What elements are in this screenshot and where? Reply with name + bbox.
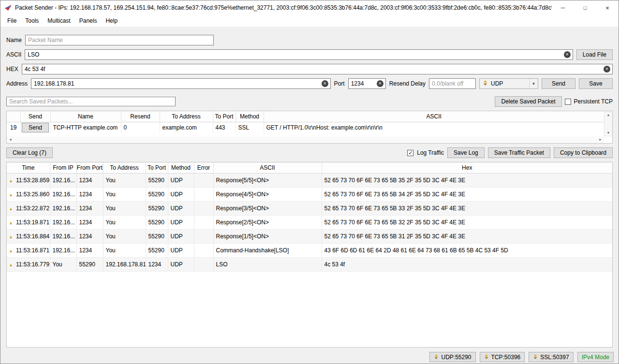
column-header[interactable]: ASCII — [264, 111, 604, 122]
log-row[interactable]: ▲11:53:16.871192.16...1234You55290UDPCom… — [7, 243, 612, 257]
log-row[interactable]: ▲11:53:28.859192.16...1234You55290UDPRes… — [7, 173, 612, 187]
load-file-button[interactable]: Load File — [576, 49, 613, 60]
statusbar: UDP:55290 TCP:50396 SSL:50397 IPv4 Mode — [0, 350, 619, 364]
column-header[interactable]: Method — [168, 162, 194, 173]
udp-port-button[interactable]: UDP:55290 — [429, 352, 475, 362]
search-saved-packets-input[interactable] — [6, 97, 176, 106]
scroll-down-icon[interactable]: ▼ — [607, 131, 610, 135]
protocol-value: UDP — [491, 80, 503, 87]
save-traffic-packet-button[interactable]: Save Traffic Packet — [488, 147, 550, 158]
log-row[interactable]: ▲11:53:22.872192.16...1234You55290UDPRes… — [7, 201, 612, 215]
column-header[interactable]: ASCII — [213, 162, 322, 173]
ascii-input-wrap: × — [25, 49, 573, 60]
column-header[interactable]: To Address — [160, 111, 213, 122]
menu-help[interactable]: Help — [101, 15, 122, 27]
column-header[interactable]: To Port — [213, 111, 236, 122]
address-label: Address — [6, 80, 28, 87]
log-time-text: 11:53:22.872 — [16, 205, 49, 212]
ssl-port-button[interactable]: SSL:50397 — [529, 352, 573, 362]
send-cell: Send — [20, 122, 50, 133]
column-header[interactable]: Time — [7, 162, 50, 173]
hex-input-wrap: × — [22, 64, 613, 74]
column-header[interactable]: Name — [50, 111, 121, 122]
log-row[interactable]: ▲11:53:25.860192.16...1234You55290UDPRes… — [7, 187, 612, 201]
app-icon — [4, 4, 12, 12]
resend-input-wrap — [429, 78, 476, 89]
column-header[interactable]: To Address — [103, 162, 146, 173]
saved-controls-right: Delete Saved Packet Persistent TCP — [495, 96, 613, 107]
column-header[interactable] — [7, 111, 20, 122]
column-header[interactable]: Error — [194, 162, 213, 173]
save-button[interactable]: Save — [579, 78, 613, 89]
port-input-wrap: × — [348, 78, 386, 89]
menu-tools[interactable]: Tools — [21, 15, 43, 27]
protocol-dropdown[interactable]: UDP ▾ — [479, 78, 538, 89]
horizontal-scrollbar[interactable]: ◄ ► — [7, 136, 604, 143]
log-row[interactable]: ▲11:53:16.884192.16...1234You55290UDPRes… — [7, 229, 612, 243]
search-input-wrap — [6, 96, 176, 107]
clear-port-icon[interactable]: × — [377, 80, 383, 87]
tcp-port-label: TCP:50396 — [491, 354, 521, 361]
delete-saved-packet-button[interactable]: Delete Saved Packet — [495, 96, 561, 107]
column-header[interactable]: Hex — [322, 162, 612, 173]
clear-ascii-icon[interactable]: × — [564, 51, 571, 58]
send-button[interactable]: Send — [542, 78, 575, 89]
log-time-text: 11:53:28.859 — [16, 177, 49, 184]
vertical-scrollbar[interactable]: ▲ ▼ — [604, 111, 612, 137]
direction-icon: ▲ — [9, 192, 13, 197]
log-from-port-cell: 1234 — [76, 201, 103, 215]
scroll-right-icon[interactable]: ► — [599, 138, 602, 142]
log-from-ip-cell: 192.16... — [50, 201, 76, 215]
tcp-port-button[interactable]: TCP:50396 — [480, 352, 525, 362]
column-header[interactable]: Send — [20, 111, 50, 122]
log-error-cell — [194, 187, 213, 201]
column-header[interactable]: Resend — [121, 111, 160, 122]
log-to-port-cell: 55290 — [146, 215, 168, 229]
scroll-up-icon[interactable]: ▲ — [607, 113, 610, 117]
ipv4-mode-button[interactable]: IPv4 Mode — [577, 352, 614, 362]
minimize-button[interactable]: ─ — [552, 0, 574, 15]
log-to-address-cell: You — [103, 229, 146, 243]
ssl-icon — [533, 354, 538, 361]
ssl-port-label: SSL:50397 — [540, 354, 569, 361]
address-row: Address × Port × Resend Delay UDP ▾ Send… — [6, 78, 613, 89]
tcp-icon — [484, 354, 489, 361]
resend-delay-input[interactable] — [429, 78, 476, 89]
address-input[interactable] — [31, 78, 331, 89]
log-row[interactable]: ▲11:53:16.779You55290192.168.178.811234U… — [7, 257, 612, 271]
menu-panels[interactable]: Panels — [75, 15, 102, 27]
menu-multicast[interactable]: Multicast — [43, 15, 74, 27]
menu-file[interactable]: File — [3, 15, 21, 27]
log-to-address-cell: You — [103, 201, 146, 215]
scroll-left-icon[interactable]: ◄ — [9, 138, 12, 142]
log-time-cell: ▲11:53:16.884 — [7, 229, 50, 243]
ascii-input[interactable] — [25, 49, 573, 60]
log-traffic-checkbox[interactable]: ✓ — [407, 150, 413, 156]
column-header[interactable]: Method — [236, 111, 264, 122]
clear-log-button[interactable]: Clear Log (7) — [6, 147, 53, 158]
clear-hex-icon[interactable]: × — [604, 66, 610, 73]
ascii-row: ASCII × Load File — [6, 49, 613, 60]
row-send-button[interactable]: Send — [22, 123, 49, 132]
log-method-cell: UDP — [168, 187, 194, 201]
persistent-tcp-checkbox[interactable] — [565, 99, 571, 105]
log-time-text: 11:53:16.871 — [16, 247, 49, 254]
hex-label: HEX — [6, 66, 18, 73]
saved-packet-row[interactable]: 19SendTCP-HTTP example.com0example.com44… — [7, 122, 604, 133]
save-log-button[interactable]: Save Log — [447, 147, 485, 158]
log-time-cell: ▲11:53:25.860 — [7, 187, 50, 201]
maximize-button[interactable]: □ — [574, 0, 596, 15]
log-row[interactable]: ▲11:53:19.871192.16...1234You55290UDPRes… — [7, 215, 612, 229]
column-header[interactable]: To Port — [146, 162, 168, 173]
copy-to-clipboard-button[interactable]: Copy to Clipboard — [554, 147, 613, 158]
packet-name-input[interactable] — [25, 35, 214, 45]
column-header[interactable]: From Port — [76, 162, 103, 173]
clear-address-icon[interactable]: × — [322, 80, 328, 87]
hex-input[interactable] — [22, 64, 613, 74]
column-header[interactable]: From IP — [50, 162, 76, 173]
close-button[interactable]: × — [596, 0, 619, 15]
log-to-address-cell: You — [103, 243, 146, 257]
log-hex-cell: 43 6F 6D 6D 61 6E 64 2D 48 61 6E 64 73 6… — [322, 243, 612, 257]
log-ascii-cell: LSO — [213, 257, 322, 271]
saved-packets-controls: Delete Saved Packet Persistent TCP — [6, 96, 613, 107]
